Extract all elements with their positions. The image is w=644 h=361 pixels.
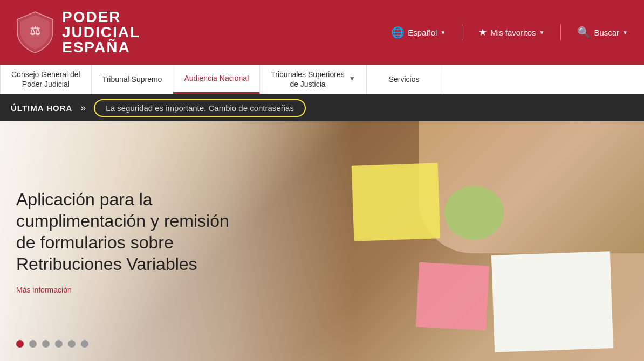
hero-title: Aplicación para la cumplimentación y rem… xyxy=(16,189,242,275)
nav-label-servicios: Servicios xyxy=(389,74,420,84)
star-icon: ★ xyxy=(478,26,487,38)
carousel-dot-4[interactable] xyxy=(55,340,63,348)
search-chevron: ▼ xyxy=(622,30,628,36)
shield-icon: ⚖ xyxy=(16,11,54,54)
nav-item-superiores[interactable]: Tribunales Superioresde Justicia ▼ xyxy=(260,65,366,94)
favorites-chevron: ▼ xyxy=(539,30,545,36)
carousel-dot-6[interactable] xyxy=(81,340,88,348)
carousel-dot-2[interactable] xyxy=(29,340,37,348)
logo-text: PODER JUDICIAL ESPAÑA xyxy=(62,10,140,55)
language-chevron: ▼ xyxy=(440,30,446,36)
paper-white xyxy=(491,251,613,352)
carousel-dots xyxy=(16,340,88,348)
site-header: ⚖ PODER JUDICIAL ESPAÑA 🌐 Español ▼ ★ Mi… xyxy=(0,0,644,65)
nav-label-supremo: Tribunal Supremo xyxy=(102,74,162,84)
logo-line2: JUDICIAL xyxy=(62,25,140,40)
nav-item-nacional[interactable]: Audiencia Nacional xyxy=(173,65,260,94)
language-selector[interactable]: 🌐 Español ▼ xyxy=(391,26,446,39)
carousel-dot-3[interactable] xyxy=(42,340,50,348)
logo-line1: PODER xyxy=(62,10,140,25)
favorites-selector[interactable]: ★ Mis favoritos ▼ xyxy=(478,26,544,38)
favorites-label: Mis favoritos xyxy=(490,28,536,37)
breaking-news-bar: ÚLTIMA HORA » La seguridad es importante… xyxy=(0,94,644,121)
search-button[interactable]: 🔍 Buscar ▼ xyxy=(577,26,628,39)
hero-section: Aplicación para la cumplimentación y rem… xyxy=(0,121,644,361)
header-controls: 🌐 Español ▼ ★ Mis favoritos ▼ 🔍 Buscar ▼ xyxy=(391,24,628,40)
hero-decoration xyxy=(193,121,644,361)
postit-yellow xyxy=(352,163,441,241)
svg-text:⚖: ⚖ xyxy=(30,24,40,38)
nav-label-nacional: Audiencia Nacional xyxy=(184,73,249,83)
separator xyxy=(462,24,462,40)
search-icon: 🔍 xyxy=(577,26,591,39)
language-label: Español xyxy=(408,28,437,37)
nav-item-supremo[interactable]: Tribunal Supremo xyxy=(92,65,174,94)
carousel-dot-5[interactable] xyxy=(68,340,76,348)
hero-more-link[interactable]: Más información xyxy=(16,286,242,294)
hand-image xyxy=(419,121,644,253)
postit-pink xyxy=(416,262,489,331)
separator2 xyxy=(560,24,561,40)
breaking-arrow-icon: » xyxy=(80,102,86,114)
breaking-label: ÚLTIMA HORA xyxy=(11,103,72,113)
nav-item-cgpj[interactable]: Consejo General delPoder Judicial xyxy=(0,65,92,94)
logo-area: ⚖ PODER JUDICIAL ESPAÑA xyxy=(16,10,140,55)
nav-arrow-superiores: ▼ xyxy=(349,75,355,84)
nav-item-servicios[interactable]: Servicios xyxy=(367,65,442,94)
carousel-dot-1[interactable] xyxy=(16,340,24,348)
nav-label-cgpj: Consejo General delPoder Judicial xyxy=(11,70,80,89)
nav-label-superiores: Tribunales Superioresde Justicia xyxy=(271,70,344,89)
logo-line3: ESPAÑA xyxy=(62,40,140,55)
globe-icon: 🌐 xyxy=(391,26,405,39)
main-navbar: Consejo General delPoder Judicial Tribun… xyxy=(0,65,644,94)
hero-content: Aplicación para la cumplimentación y rem… xyxy=(0,121,258,361)
search-label: Buscar xyxy=(594,28,619,37)
postit-green xyxy=(444,186,504,240)
breaking-message[interactable]: La seguridad es importante. Cambio de co… xyxy=(94,99,306,117)
